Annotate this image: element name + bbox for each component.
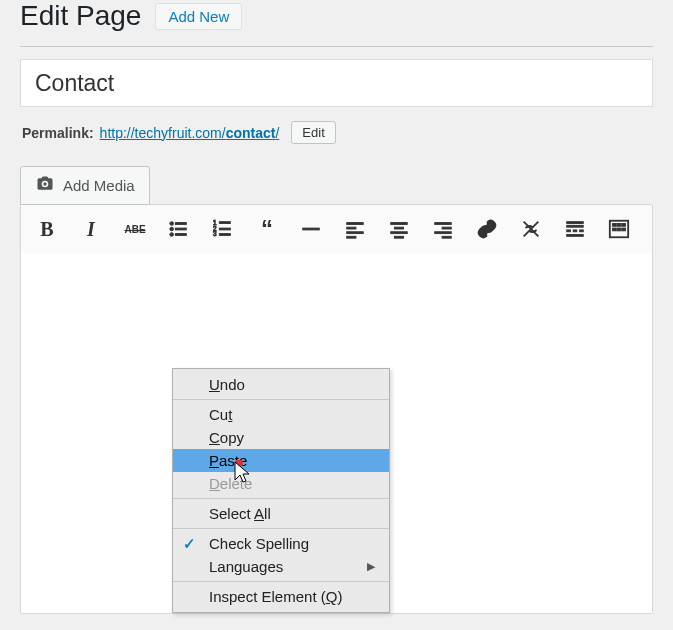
read-more-button[interactable] xyxy=(561,215,589,243)
strikethrough-button[interactable]: ABE xyxy=(121,215,149,243)
svg-rect-14 xyxy=(347,227,356,229)
add-media-label: Add Media xyxy=(63,177,135,194)
svg-rect-36 xyxy=(622,224,626,227)
ctx-separator xyxy=(173,498,389,499)
svg-rect-31 xyxy=(580,230,584,232)
svg-rect-9 xyxy=(219,228,230,230)
ctx-delete: Delete xyxy=(173,472,389,495)
permalink-url-slug: contact xyxy=(226,125,276,141)
svg-rect-15 xyxy=(347,232,364,234)
svg-rect-28 xyxy=(567,225,584,227)
italic-button[interactable]: I xyxy=(77,215,105,243)
toolbar-toggle-button[interactable] xyxy=(605,215,633,243)
ctx-copy[interactable]: Copy xyxy=(173,426,389,449)
bulleted-list-button[interactable] xyxy=(165,215,193,243)
header-divider xyxy=(20,46,653,47)
permalink-url-trail: / xyxy=(275,125,279,141)
ctx-undo[interactable]: Undo xyxy=(173,373,389,396)
ctx-select-all-post: ll xyxy=(264,505,271,522)
svg-rect-12 xyxy=(303,228,320,230)
permalink-row: Permalink: http://techyfruit.com/contact… xyxy=(22,121,653,144)
chevron-right-icon: ▶ xyxy=(367,560,375,573)
context-menu: Undo Cut Copy Paste Delete Select All ✓ … xyxy=(172,368,390,613)
permalink-url-base: http://techyfruit.com/ xyxy=(100,125,226,141)
ctx-inspect-pre: Inspect Element ( xyxy=(209,588,326,605)
align-left-button[interactable] xyxy=(341,215,369,243)
blockquote-button[interactable]: “ xyxy=(253,215,281,243)
svg-rect-24 xyxy=(442,236,451,238)
svg-rect-18 xyxy=(394,227,403,229)
svg-point-0 xyxy=(170,222,174,226)
page-title-input[interactable] xyxy=(20,59,653,107)
media-icon xyxy=(35,174,55,197)
ctx-select-all-pre: Select xyxy=(209,505,254,522)
ctx-inspect-u: Q xyxy=(326,588,338,605)
remove-link-button[interactable] xyxy=(517,215,545,243)
ctx-inspect-post: ) xyxy=(337,588,342,605)
check-icon: ✓ xyxy=(183,535,196,553)
svg-rect-5 xyxy=(175,234,186,236)
ctx-paste[interactable]: Paste xyxy=(173,449,389,472)
svg-rect-29 xyxy=(567,230,571,232)
svg-rect-30 xyxy=(573,230,577,232)
permalink-link[interactable]: http://techyfruit.com/contact/ xyxy=(100,125,280,141)
ctx-cut[interactable]: Cut xyxy=(173,403,389,426)
ctx-separator xyxy=(173,581,389,582)
ctx-separator xyxy=(173,528,389,529)
align-center-button[interactable] xyxy=(385,215,413,243)
svg-rect-22 xyxy=(442,227,451,229)
bold-button[interactable]: B xyxy=(33,215,61,243)
svg-rect-34 xyxy=(613,224,617,227)
horizontal-rule-button[interactable] xyxy=(297,215,325,243)
svg-rect-7 xyxy=(219,222,230,224)
numbered-list-button[interactable]: 123 xyxy=(209,215,237,243)
ctx-separator xyxy=(173,399,389,400)
ctx-check-spelling[interactable]: ✓ Check Spelling xyxy=(173,532,389,555)
svg-rect-37 xyxy=(613,228,617,231)
insert-link-button[interactable] xyxy=(473,215,501,243)
svg-rect-32 xyxy=(567,235,584,237)
svg-rect-13 xyxy=(347,223,364,225)
svg-rect-39 xyxy=(622,228,626,231)
svg-rect-21 xyxy=(435,223,452,225)
svg-rect-20 xyxy=(394,236,403,238)
ctx-select-all-u: A xyxy=(254,505,264,522)
svg-rect-1 xyxy=(175,223,186,225)
edit-permalink-button[interactable]: Edit xyxy=(291,121,335,144)
ctx-languages[interactable]: Languages ▶ xyxy=(173,555,389,578)
svg-rect-27 xyxy=(567,222,584,224)
svg-point-2 xyxy=(170,227,174,231)
svg-text:3: 3 xyxy=(213,230,217,237)
svg-rect-38 xyxy=(617,228,621,231)
svg-rect-3 xyxy=(175,228,186,230)
svg-rect-16 xyxy=(347,236,356,238)
svg-rect-11 xyxy=(219,234,230,236)
svg-point-4 xyxy=(170,233,174,237)
format-toolbar: B I ABE 123 “ xyxy=(21,205,652,253)
ctx-inspect-element[interactable]: Inspect Element (Q) xyxy=(173,585,389,608)
svg-rect-35 xyxy=(617,224,621,227)
add-media-button[interactable]: Add Media xyxy=(20,166,150,205)
permalink-label: Permalink: xyxy=(22,125,94,141)
svg-rect-19 xyxy=(391,232,408,234)
align-right-button[interactable] xyxy=(429,215,457,243)
page-title: Edit Page xyxy=(20,0,141,32)
svg-rect-17 xyxy=(391,223,408,225)
svg-rect-23 xyxy=(435,232,452,234)
ctx-select-all[interactable]: Select All xyxy=(173,502,389,525)
add-new-button[interactable]: Add New xyxy=(155,3,242,30)
